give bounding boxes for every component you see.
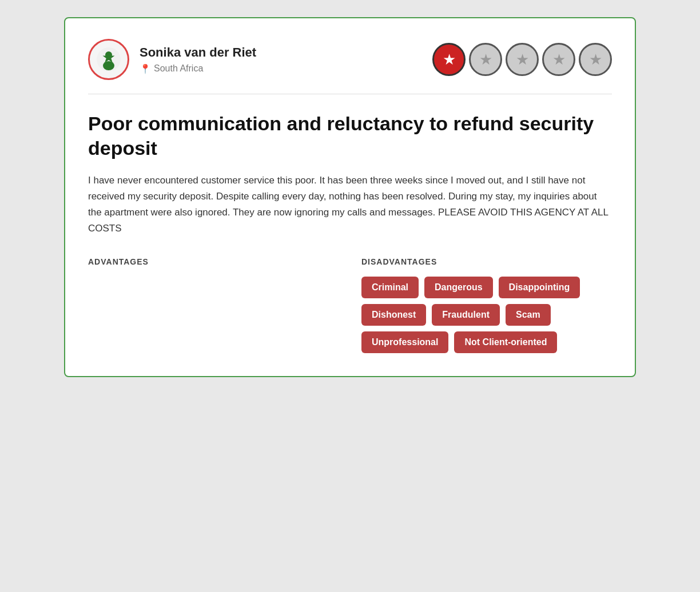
star-symbol-5: ★: [589, 52, 602, 67]
star-symbol-4: ★: [552, 52, 566, 67]
user-info: Sonika van der Riet 📍 South Africa: [88, 39, 256, 80]
avatar: [88, 39, 129, 80]
advantages-label: ADVANTAGES: [88, 257, 339, 266]
location-icon: 📍: [140, 63, 151, 74]
star-4: ★: [542, 43, 575, 76]
user-details: Sonika van der Riet 📍 South Africa: [140, 45, 256, 74]
disadvantage-tag: Dishonest: [361, 304, 426, 326]
star-5: ★: [579, 43, 612, 76]
star-2: ★: [469, 43, 502, 76]
disadvantage-tag: Fraudulent: [432, 304, 500, 326]
star-3: ★: [506, 43, 539, 76]
disadvantage-tag: Disappointing: [499, 277, 580, 298]
disadvantages-tags: CriminalDangerousDisappointingDishonestF…: [361, 277, 612, 353]
review-title: Poor communication and reluctancy to ref…: [88, 111, 612, 160]
svg-point-3: [103, 61, 114, 70]
disadvantage-tag: Unprofessional: [361, 331, 448, 353]
user-name: Sonika van der Riet: [140, 45, 256, 60]
disadvantage-tag: Not Client-oriented: [454, 331, 557, 353]
disadvantages-column: DISADVANTAGES CriminalDangerousDisappoin…: [361, 257, 612, 353]
disadvantage-tag: Criminal: [361, 277, 419, 298]
disadvantage-tag: Scam: [506, 304, 551, 326]
star-symbol-3: ★: [516, 52, 529, 67]
star-1: ★: [432, 43, 466, 76]
user-location-text: South Africa: [154, 63, 203, 74]
review-card: Sonika van der Riet 📍 South Africa ★ ★ ★…: [64, 17, 636, 377]
review-body: I have never encountered customer servic…: [88, 173, 612, 237]
disadvantage-tag: Dangerous: [424, 277, 493, 298]
review-header: Sonika van der Riet 📍 South Africa ★ ★ ★…: [88, 39, 612, 94]
svg-point-2: [105, 51, 112, 58]
star-symbol-1: ★: [443, 52, 456, 67]
star-rating: ★ ★ ★ ★ ★: [432, 43, 612, 76]
advantages-column: ADVANTAGES: [88, 257, 339, 353]
pros-cons-section: ADVANTAGES DISADVANTAGES CriminalDangero…: [88, 257, 612, 353]
star-symbol-2: ★: [479, 52, 492, 67]
disadvantages-label: DISADVANTAGES: [361, 257, 612, 266]
user-location: 📍 South Africa: [140, 63, 256, 74]
